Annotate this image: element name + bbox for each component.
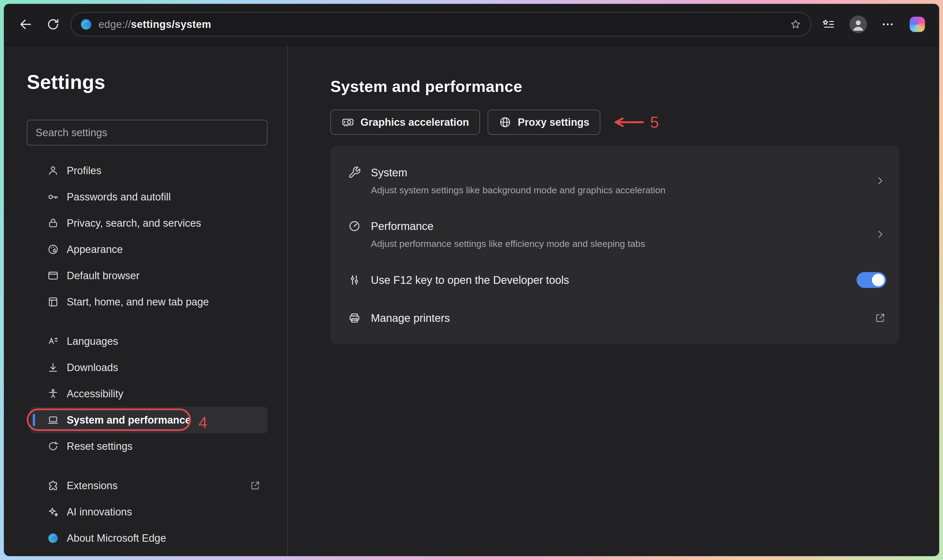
settings-page: Settings Profiles Passwords and autofill… xyxy=(4,45,939,556)
row-title: System xyxy=(371,165,864,180)
favorite-star-button[interactable] xyxy=(789,18,802,31)
refresh-button[interactable] xyxy=(42,14,64,35)
graphics-acceleration-button[interactable]: Graphics acceleration xyxy=(331,110,480,135)
settings-sidebar: Settings Profiles Passwords and autofill… xyxy=(4,45,288,556)
accessibility-icon xyxy=(47,388,59,400)
palette-icon xyxy=(47,243,59,255)
sidebar-item-default-browser[interactable]: Default browser xyxy=(30,263,268,289)
sidebar-nav: Profiles Passwords and autofill Privacy,… xyxy=(30,157,268,551)
url-text: edge://settings/system xyxy=(98,18,211,30)
row-text: Use F12 key to open the Developer tools xyxy=(371,273,847,287)
key-icon xyxy=(47,191,59,203)
row-subtitle: Adjust system settings like background m… xyxy=(371,184,864,196)
f12-toggle-switch[interactable] xyxy=(857,272,886,288)
sidebar-item-label: Extensions xyxy=(67,480,118,492)
sidebar-item-label: System and performance xyxy=(67,414,191,426)
sidebar-item-label: About Microsoft Edge xyxy=(67,532,166,544)
sidebar-title: Settings xyxy=(27,71,268,94)
system-settings-card: System Adjust system settings like backg… xyxy=(331,146,899,344)
address-bar[interactable]: edge://settings/system xyxy=(71,12,811,36)
sidebar-item-label: AI innovations xyxy=(67,506,132,518)
sidebar-item-privacy[interactable]: Privacy, search, and services xyxy=(30,210,268,236)
settings-content: System and performance Graphics accelera… xyxy=(288,45,939,556)
sidebar-item-label: Start, home, and new tab page xyxy=(67,296,209,308)
manage-printers-row[interactable]: Manage printers xyxy=(331,299,899,337)
sidebar-item-system-performance[interactable]: System and performance 4 xyxy=(30,407,268,433)
window-gradient-frame: edge://settings/system xyxy=(0,0,943,560)
sidebar-item-label: Privacy, search, and services xyxy=(67,217,201,229)
globe-icon xyxy=(498,116,512,129)
active-indicator xyxy=(33,414,35,426)
sidebar-item-label: Reset settings xyxy=(67,440,133,452)
nav-group-divider xyxy=(30,459,268,472)
download-icon xyxy=(47,362,59,374)
sidebar-item-downloads[interactable]: Downloads xyxy=(30,354,268,381)
sidebar-item-appearance[interactable]: Appearance xyxy=(30,236,268,263)
sidebar-item-ai-innovations[interactable]: AI innovations xyxy=(30,499,268,525)
copilot-icon xyxy=(910,17,925,32)
sidebar-item-profiles[interactable]: Profiles xyxy=(30,157,268,184)
sidebar-item-about-edge[interactable]: About Microsoft Edge xyxy=(30,525,268,551)
toolbar-right-cluster xyxy=(818,14,928,35)
profile-avatar-button[interactable] xyxy=(847,14,869,35)
gauge-icon xyxy=(348,220,361,233)
button-label: Proxy settings xyxy=(518,117,589,128)
annotation-arrow-icon xyxy=(614,116,645,129)
sidebar-item-label: Profiles xyxy=(67,165,102,177)
edge-logo-icon xyxy=(47,532,59,544)
f12-devtools-row: Use F12 key to open the Developer tools xyxy=(331,261,899,299)
row-title: Performance xyxy=(371,219,864,233)
proxy-settings-button[interactable]: Proxy settings xyxy=(488,110,600,135)
sidebar-item-languages[interactable]: Languages xyxy=(30,328,268,354)
new-tab-page-icon xyxy=(47,296,59,308)
copilot-button[interactable] xyxy=(906,14,928,35)
toggle-container xyxy=(857,272,886,288)
performance-row[interactable]: Performance Adjust performance settings … xyxy=(331,207,899,261)
button-label: Graphics acceleration xyxy=(360,117,469,128)
browser-toolbar: edge://settings/system xyxy=(4,4,939,45)
sidebar-item-start-home-newtab[interactable]: Start, home, and new tab page xyxy=(30,289,268,315)
sidebar-item-extensions[interactable]: Extensions xyxy=(30,472,268,499)
sidebar-item-label: Appearance xyxy=(67,244,123,255)
url-scheme: edge:// xyxy=(98,18,131,30)
toggle-knob xyxy=(872,274,885,286)
external-link-icon xyxy=(874,312,886,324)
lock-icon xyxy=(47,217,59,229)
person-icon xyxy=(47,165,59,177)
back-button[interactable] xyxy=(15,14,37,35)
row-title: Use F12 key to open the Developer tools xyxy=(371,273,847,287)
sparkle-icon xyxy=(47,506,59,518)
system-row[interactable]: System Adjust system settings like backg… xyxy=(331,154,899,207)
more-menu-button[interactable] xyxy=(877,14,899,35)
sidebar-item-label: Downloads xyxy=(67,362,118,374)
chevron-right-icon xyxy=(874,175,886,187)
avatar xyxy=(849,15,867,33)
sidebar-item-reset-settings[interactable]: Reset settings xyxy=(30,433,268,459)
printer-icon xyxy=(348,311,361,325)
sliders-icon xyxy=(348,274,361,286)
browser-window: edge://settings/system xyxy=(4,4,939,556)
row-title: Manage printers xyxy=(371,311,864,325)
search-settings-input[interactable] xyxy=(27,120,268,145)
url-path: settings/system xyxy=(131,18,211,30)
row-text: System Adjust system settings like backg… xyxy=(371,165,864,196)
annotation-step-number: 4 xyxy=(198,415,207,431)
browser-window-icon xyxy=(47,269,59,282)
languages-icon xyxy=(47,335,59,347)
reset-icon xyxy=(47,440,59,452)
external-link-icon xyxy=(249,480,261,491)
sidebar-item-accessibility[interactable]: Accessibility xyxy=(30,381,268,407)
favorites-list-button[interactable] xyxy=(818,14,840,35)
nav-group-divider xyxy=(30,315,268,328)
row-text: Manage printers xyxy=(371,311,864,325)
sidebar-item-passwords[interactable]: Passwords and autofill xyxy=(30,184,268,210)
sidebar-item-label: Languages xyxy=(67,335,118,347)
row-text: Performance Adjust performance settings … xyxy=(371,219,864,250)
row-subtitle: Adjust performance settings like efficie… xyxy=(371,238,864,250)
annotation-arrow-group: 5 xyxy=(614,114,659,130)
puzzle-icon xyxy=(47,480,59,492)
quick-action-buttons: Graphics acceleration Proxy settings 5 xyxy=(331,110,899,135)
sidebar-item-label: Accessibility xyxy=(67,388,123,400)
gpu-icon xyxy=(342,116,354,129)
page-title: System and performance xyxy=(331,77,899,95)
